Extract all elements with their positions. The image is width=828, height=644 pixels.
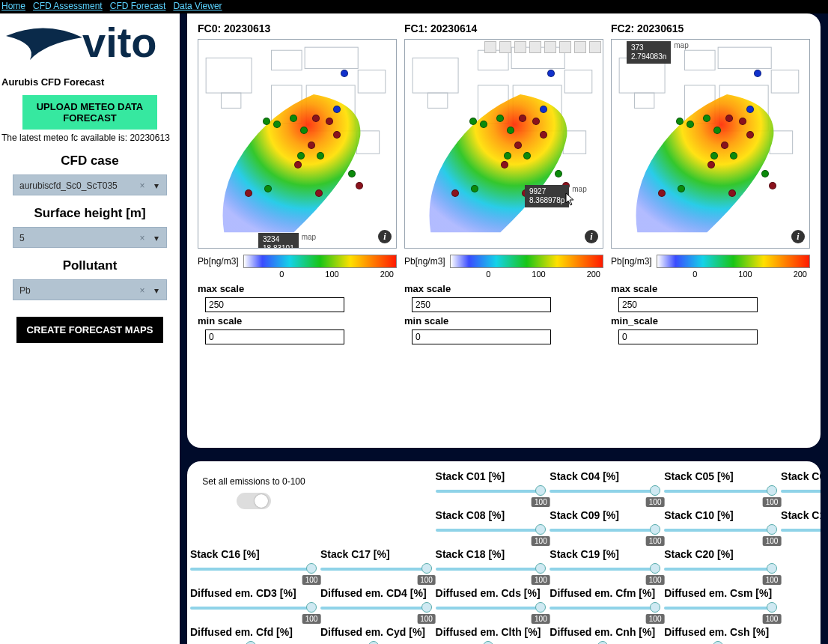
- map-canvas-0[interactable]: 323418.83101 map i: [198, 39, 397, 249]
- info-icon[interactable]: i: [585, 230, 598, 243]
- slider-track[interactable]: 100: [550, 562, 655, 584]
- slider-handle[interactable]: [306, 563, 317, 574]
- plot-tool-button[interactable]: [544, 41, 556, 53]
- sensor-dot[interactable]: [471, 185, 478, 192]
- slider-track[interactable]: 100: [664, 562, 772, 584]
- slider-track[interactable]: 100: [550, 484, 655, 506]
- sensor-dot[interactable]: [676, 118, 684, 125]
- plot-tool-button[interactable]: [529, 41, 541, 53]
- slider-handle[interactable]: [767, 485, 777, 496]
- sensor-dot[interactable]: [540, 131, 547, 139]
- slider-handle[interactable]: [650, 602, 660, 613]
- sensor-dot[interactable]: [678, 185, 685, 192]
- plot-tool-button[interactable]: [559, 41, 571, 53]
- slider-handle[interactable]: [246, 641, 256, 644]
- clear-icon[interactable]: ×: [138, 175, 147, 196]
- slider-track[interactable]: 100: [436, 562, 541, 584]
- slider-track[interactable]: 100: [190, 601, 311, 623]
- slider-handle[interactable]: [767, 602, 777, 613]
- sensor-dot[interactable]: [728, 189, 736, 197]
- sensor-dot[interactable]: [273, 121, 281, 128]
- plot-tool-button[interactable]: [574, 41, 586, 53]
- slider-track[interactable]: 100: [436, 523, 541, 545]
- slider-handle[interactable]: [535, 485, 546, 496]
- slider-track[interactable]: 100: [664, 523, 772, 545]
- sensor-dot[interactable]: [480, 121, 487, 128]
- set-all-toggle[interactable]: [237, 493, 271, 509]
- slider-handle[interactable]: [767, 524, 777, 535]
- sensor-dot[interactable]: [540, 106, 547, 113]
- plot-tool-button[interactable]: [484, 41, 496, 53]
- create-forecast-button[interactable]: CREATE FORECAST MAPS: [16, 317, 164, 343]
- nav-data-viewer[interactable]: Data Viewer: [173, 0, 222, 13]
- sensor-dot[interactable]: [547, 70, 555, 77]
- sensor-dot[interactable]: [746, 106, 754, 113]
- sensor-dot[interactable]: [312, 115, 320, 122]
- sensor-dot[interactable]: [501, 161, 508, 168]
- sensor-dot[interactable]: [245, 189, 252, 197]
- sensor-dot[interactable]: [297, 152, 305, 160]
- slider-handle[interactable]: [650, 485, 660, 496]
- slider-track[interactable]: [436, 640, 541, 644]
- slider-handle[interactable]: [713, 641, 723, 644]
- slider-handle[interactable]: [535, 563, 546, 574]
- slider-handle[interactable]: [597, 641, 608, 644]
- slider-handle[interactable]: [767, 563, 777, 574]
- sensor-dot[interactable]: [721, 142, 728, 149]
- slider-track[interactable]: 100: [781, 523, 821, 545]
- info-icon[interactable]: i: [791, 230, 805, 243]
- sensor-dot[interactable]: [507, 127, 514, 134]
- slider-track[interactable]: 100: [320, 562, 427, 584]
- min-scale-input[interactable]: [205, 329, 344, 344]
- slider-track[interactable]: 100: [436, 484, 541, 506]
- sensor-dot[interactable]: [687, 121, 694, 128]
- slider-handle[interactable]: [483, 641, 493, 644]
- map-canvas-2[interactable]: 3732.794083n map i: [611, 39, 810, 249]
- sensor-dot[interactable]: [326, 118, 333, 125]
- sensor-dot[interactable]: [730, 152, 737, 160]
- slider-handle[interactable]: [368, 641, 379, 644]
- slider-track[interactable]: 100: [550, 523, 655, 545]
- sensor-dot[interactable]: [264, 185, 272, 192]
- sensor-dot[interactable]: [514, 142, 522, 149]
- slider-handle[interactable]: [650, 563, 660, 574]
- nav-cfd-assessment[interactable]: CFD Assessment: [33, 0, 103, 13]
- sensor-dot[interactable]: [746, 131, 754, 139]
- nav-home[interactable]: Home: [1, 0, 25, 13]
- surface-height-select[interactable]: 5 × ▾: [13, 227, 167, 248]
- sensor-dot[interactable]: [703, 115, 710, 122]
- info-icon[interactable]: i: [378, 230, 392, 243]
- max-scale-input[interactable]: [618, 297, 758, 312]
- slider-track[interactable]: [320, 640, 427, 644]
- slider-track[interactable]: 100: [320, 601, 427, 623]
- slider-track[interactable]: [550, 640, 655, 644]
- plot-tool-button[interactable]: [589, 41, 601, 53]
- slider-handle[interactable]: [535, 524, 546, 535]
- sensor-dot[interactable]: [710, 152, 718, 160]
- sensor-dot[interactable]: [504, 152, 511, 160]
- slider-handle[interactable]: [421, 563, 432, 574]
- max-scale-input[interactable]: [205, 297, 344, 312]
- slider-track[interactable]: [190, 640, 311, 644]
- plot-tool-button[interactable]: [499, 41, 511, 53]
- slider-track[interactable]: 100: [664, 484, 772, 506]
- sensor-dot[interactable]: [532, 118, 540, 125]
- sensor-dot[interactable]: [555, 170, 562, 177]
- sensor-dot[interactable]: [356, 182, 363, 189]
- sensor-dot[interactable]: [761, 170, 769, 177]
- max-scale-input[interactable]: [412, 297, 551, 312]
- slider-track[interactable]: [664, 640, 772, 644]
- sensor-dot[interactable]: [754, 70, 761, 77]
- slider-handle[interactable]: [535, 602, 546, 613]
- plot-tool-button[interactable]: [514, 41, 526, 53]
- nav-cfd-forecast[interactable]: CFD Forecast: [110, 0, 166, 13]
- slider-track[interactable]: 100: [436, 601, 541, 623]
- sensor-dot[interactable]: [300, 127, 308, 134]
- sensor-dot[interactable]: [333, 106, 341, 113]
- sensor-dot[interactable]: [769, 182, 776, 189]
- sensor-dot[interactable]: [341, 70, 348, 77]
- sensor-dot[interactable]: [451, 189, 459, 197]
- sensor-dot[interactable]: [523, 152, 531, 160]
- clear-icon[interactable]: ×: [138, 228, 147, 249]
- sensor-dot[interactable]: [263, 118, 270, 125]
